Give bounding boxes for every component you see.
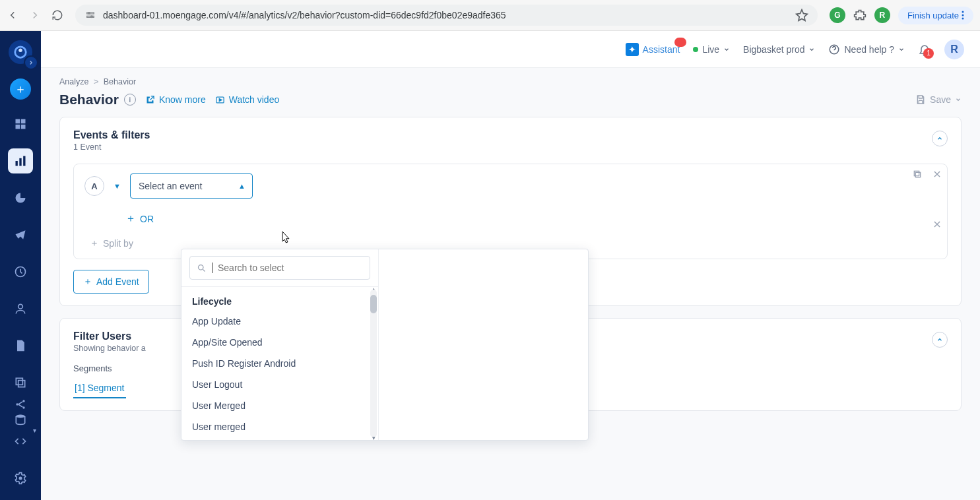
copy-event-icon[interactable] [910,167,925,181]
site-settings-icon[interactable] [84,9,96,21]
title-row: Behavior i Know more Watch video Save [59,92,962,108]
plus-icon: ＋ [125,212,136,226]
notifications-button[interactable]: 1 [918,43,931,56]
brand-logo[interactable] [9,40,32,64]
event-chip-caret[interactable]: ▼ [114,182,121,190]
svg-rect-10 [21,119,26,124]
svg-point-4 [962,11,964,13]
sidebar-item-segments[interactable] [8,185,33,210]
dropdown-item[interactable]: Push ID Register Android [181,353,378,374]
sidebar-item-dashboard[interactable] [8,111,33,137]
svg-point-17 [18,304,23,309]
create-button[interactable]: ＋ [10,78,31,100]
events-card-title: Events & filters [73,129,948,141]
sidebar-item-clock[interactable] [8,259,33,284]
forward-icon[interactable] [29,9,41,21]
caret-up-icon: ▲ [238,182,245,190]
reload-icon[interactable] [51,9,63,21]
know-more-link[interactable]: Know more [145,94,206,105]
sidebar-item-analytics[interactable] [8,148,33,173]
env-switcher[interactable]: Live [693,44,730,55]
info-icon[interactable]: i [124,94,136,106]
workspace-switcher[interactable]: Bigbasket prod [743,44,815,55]
page-title: Behavior i [59,92,136,108]
svg-rect-11 [16,125,20,129]
dropdown-search-input[interactable] [189,256,370,280]
or-button[interactable]: ＋ OR [125,212,154,226]
svg-rect-27 [915,172,920,177]
svg-point-6 [962,18,964,20]
dropdown-item[interactable]: User Logout [181,374,378,395]
sidebar-item-settings[interactable] [8,466,33,491]
chevron-down-icon [955,96,962,103]
search-icon [197,263,207,273]
svg-point-21 [16,403,18,405]
svg-point-24 [19,477,22,480]
bookmark-star-icon[interactable] [795,9,808,22]
remove-event-icon[interactable] [930,167,944,181]
breadcrumb: Analyze > Behavior [59,77,962,86]
browser-chrome: dashboard-01.moengage.com/v4/#/analytics… [0,0,980,31]
watch-video-link[interactable]: Watch video [215,94,280,105]
svg-rect-15 [23,156,25,166]
play-icon [215,95,225,105]
title-actions: Save [915,94,962,105]
sidebar-more-caret-icon[interactable]: ▾ [33,427,41,435]
need-help-button[interactable]: Need help ? [828,44,905,55]
page-title-text: Behavior [59,92,119,108]
dropdown-item[interactable]: App/Site Opened [181,332,378,353]
split-by-button[interactable]: ＋ Split by [90,237,133,249]
assistant-button[interactable]: ✦ Assistant [626,43,680,56]
segment-tab[interactable]: [1] Segment [73,379,126,398]
expand-sidebar-icon[interactable] [24,55,38,70]
watch-video-label: Watch video [229,94,280,105]
events-card-subtitle: 1 Event [73,142,948,152]
browser-right: G R Finish update [830,7,973,24]
select-event-combobox[interactable]: Select an event ▲ [130,173,253,199]
dropdown-item[interactable]: User Merged [181,395,378,416]
svg-point-8 [18,49,22,53]
profile-avatar-icon[interactable]: R [874,7,890,23]
sidebar-item-content[interactable] [8,333,33,358]
url-text: dashboard-01.moengage.com/v4/#/analytics… [103,10,789,20]
svg-rect-9 [16,119,20,124]
event-row: A ▼ Select an event ▲ [73,164,948,259]
save-icon [915,94,926,105]
finish-update-button[interactable]: Finish update [898,7,973,24]
sidebar-item-users[interactable] [8,296,33,321]
add-event-button[interactable]: ＋ Add Event [73,270,149,294]
chevron-down-icon [808,46,815,53]
dropdown-search-field[interactable] [218,263,363,273]
external-link-icon [145,95,155,105]
header-avatar[interactable]: R [944,40,964,59]
plus-icon: ＋ [83,276,92,288]
extensions-icon[interactable] [853,9,866,22]
grammarly-icon[interactable]: G [830,7,845,23]
sidebar-item-campaigns[interactable] [8,222,33,247]
sidebar-item-developer[interactable] [8,429,33,454]
dropdown-group-header: Lifecycle [181,294,378,311]
plus-icon: ＋ [90,237,99,249]
finish-update-label: Finish update [907,11,959,20]
breadcrumb-l1[interactable]: Analyze [59,77,88,86]
dropdown-item[interactable]: User merged [181,416,378,437]
svg-rect-12 [21,125,26,129]
close-row-icon[interactable] [930,217,944,232]
collapse-card-button[interactable] [932,332,948,348]
back-icon[interactable] [7,9,18,21]
event-letter-chip[interactable]: A [84,176,104,196]
scroll-down-arrow-icon[interactable]: ▾ [370,435,377,440]
sidebar-item-integrations[interactable] [8,392,33,417]
svg-point-2 [88,13,90,15]
collapse-card-button[interactable] [932,131,948,146]
split-label: Split by [103,238,133,249]
bell-badge: 1 [923,48,934,59]
assistant-icon: ✦ [626,43,639,56]
env-label: Live [702,44,719,55]
save-button[interactable]: Save [915,94,962,105]
dropdown-scrollbar[interactable]: ▴ ▾ [370,287,377,440]
svg-point-5 [962,15,964,16]
dropdown-item[interactable]: App Update [181,311,378,332]
url-bar[interactable]: dashboard-01.moengage.com/v4/#/analytics… [75,5,818,26]
svg-point-29 [199,265,204,270]
